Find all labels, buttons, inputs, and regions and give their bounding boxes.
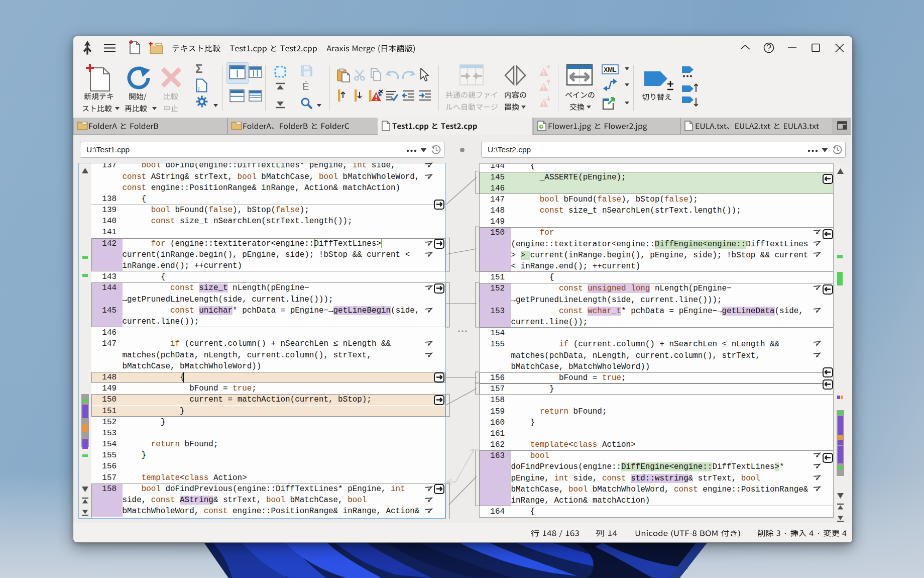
- svg-text:XML: XML: [604, 66, 616, 73]
